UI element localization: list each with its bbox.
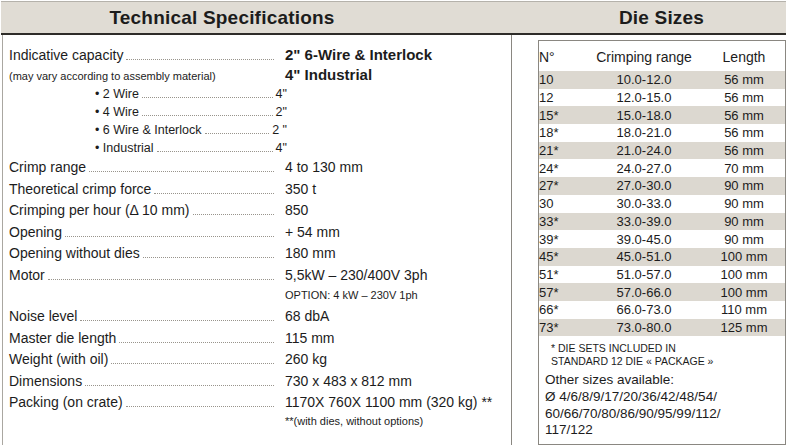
dotted-leader <box>119 342 274 343</box>
other-sizes-line: 60/66/70/80/86/90/95/99/112/ <box>545 406 785 423</box>
spec-lead: Crimp range <box>9 157 277 179</box>
spec-value: 2" 6-Wire & Interlock <box>277 44 432 65</box>
die-range-cell: 15.0-18.0 <box>585 106 703 124</box>
spec-lead: Master die length <box>9 328 277 350</box>
dotted-leader <box>205 133 270 134</box>
die-number-cell: 51* <box>539 266 585 284</box>
dotted-leader <box>85 385 274 386</box>
spec-lead: Noise level <box>9 306 277 328</box>
spec-label: Crimp range <box>9 157 86 179</box>
spec-row-noise-level: Noise level 68 dbA <box>9 306 511 328</box>
die-range-cell: 21.0-24.0 <box>585 142 703 160</box>
other-sizes-list: Ø 4/6/8/9/17/20/36/42/48/54/ 60/66/70/80… <box>545 389 785 439</box>
spec-row-opening: Opening + 54 mm <box>9 222 511 244</box>
spec-row-crimping-per-hour: Crimping per hour (Δ 10 mm) 850 <box>9 200 511 222</box>
spec-value: 260 kg <box>277 349 327 371</box>
column-header-number: N° <box>539 43 585 71</box>
spec-value: 850 <box>277 200 308 222</box>
die-table-row: 66*66.0-73.0110 mm <box>539 301 785 319</box>
dotted-leader <box>157 151 273 152</box>
spec-row-indicative-capacity: Indicative capacity 2" 6-Wire & Interloc… <box>9 44 511 65</box>
die-table-row: 57*57.0-66.0100 mm <box>539 283 785 301</box>
dotted-leader <box>48 279 274 280</box>
spec-label: Motor <box>9 265 45 287</box>
die-length-cell: 56 mm <box>703 71 785 89</box>
spec-label: Crimping per hour (Δ 10 mm) <box>9 200 190 222</box>
spec-lead: (may vary according to assembly material… <box>9 66 277 86</box>
spec-lead: Opening without dies <box>9 243 277 265</box>
die-range-cell: 73.0-80.0 <box>585 319 703 337</box>
spec-row-weight: Weight (with oil) 260 kg <box>9 349 511 371</box>
die-length-cell: 110 mm <box>703 301 785 319</box>
bullet-value: 2 " <box>272 121 287 139</box>
die-range-cell: 66.0-73.0 <box>585 301 703 319</box>
dotted-leader <box>193 214 274 215</box>
spec-label: Opening <box>9 222 62 244</box>
spec-label: Weight (with oil) <box>9 349 108 371</box>
spec-lead: Theoretical crimp force <box>9 179 277 201</box>
die-number-cell: 30 <box>539 195 585 213</box>
column-header-crimping-range: Crimping range <box>585 43 703 71</box>
bullet-label: • 6 Wire & Interlock <box>95 121 202 139</box>
spec-value: 1170X 760X 1100 mm (320 kg) ** <box>277 392 492 414</box>
spec-value: 180 mm <box>277 243 336 265</box>
spec-lead: Crimping per hour (Δ 10 mm) <box>9 200 277 222</box>
die-sizes-panel: N° Crimping range Length 1010.0-12.056 m… <box>538 40 786 445</box>
spec-label: Indicative capacity <box>9 45 123 66</box>
die-number-cell: 10 <box>539 71 585 89</box>
die-table-row: 33*33.0-39.090 mm <box>539 213 785 231</box>
dotted-leader <box>80 320 274 321</box>
spec-value: 115 mm <box>277 328 335 350</box>
die-length-cell: 90 mm <box>703 177 785 195</box>
spec-label: Noise level <box>9 306 77 328</box>
spec-lead: Dimensions <box>9 371 277 393</box>
dotted-leader <box>65 236 274 237</box>
spec-row-motor: Motor 5,5kW – 230/400V 3ph <box>9 265 511 287</box>
spec-value: 730 x 483 x 812 mm <box>277 371 412 393</box>
die-range-cell: 12.0-15.0 <box>585 89 703 107</box>
spec-value: 4" Industrial <box>277 65 372 85</box>
die-number-cell: 39* <box>539 230 585 248</box>
bullet-value: 2" <box>276 103 287 121</box>
capacity-bullet-row: • 4 Wire 2" <box>95 103 287 121</box>
die-range-cell: 30.0-33.0 <box>585 195 703 213</box>
capacity-bullet-row: • 2 Wire 4" <box>95 85 287 103</box>
die-length-cell: 56 mm <box>703 124 785 142</box>
spec-value: + 54 mm <box>277 222 340 244</box>
capacity-bullet-row: • 6 Wire & Interlock 2 " <box>95 121 287 139</box>
die-table-row: 73*73.0-80.0125 mm <box>539 319 785 337</box>
other-sizes-line: 117/122 <box>545 422 785 439</box>
packing-note: **(with dies, without options) <box>9 414 511 430</box>
die-length-cell: 90 mm <box>703 213 785 231</box>
spec-label: Dimensions <box>9 371 82 393</box>
die-range-cell: 10.0-12.0 <box>585 71 703 89</box>
dotted-leader <box>154 193 274 194</box>
die-range-cell: 27.0-30.0 <box>585 177 703 195</box>
die-length-cell: 56 mm <box>703 106 785 124</box>
die-range-cell: 24.0-27.0 <box>585 159 703 177</box>
die-number-cell: 73* <box>539 319 585 337</box>
footnote-line: * DIE SETS INCLUDED IN <box>551 342 785 355</box>
die-number-cell: 33* <box>539 213 585 231</box>
column-header-length: Length <box>703 43 785 71</box>
spec-value: 4 to 130 mm <box>277 157 363 179</box>
die-number-cell: 57* <box>539 283 585 301</box>
die-range-cell: 45.0-51.0 <box>585 248 703 266</box>
technical-specifications-title: Technical Specifications <box>2 7 442 29</box>
dotted-leader <box>143 257 274 258</box>
die-sizes-table: N° Crimping range Length 1010.0-12.056 m… <box>539 43 785 336</box>
spec-row-master-die-length: Master die length 115 mm <box>9 328 511 350</box>
spec-label: Packing (on crate) <box>9 392 123 414</box>
spec-lead: Opening <box>9 222 277 244</box>
die-number-cell: 66* <box>539 301 585 319</box>
bullet-label: • 2 Wire <box>95 85 139 103</box>
die-table-row: 21*21.0-24.056 mm <box>539 142 785 160</box>
die-number-cell: 15* <box>539 106 585 124</box>
spec-label: Theoretical crimp force <box>9 179 151 201</box>
spec-row-theoretical-crimp-force: Theoretical crimp force 350 t <box>9 179 511 201</box>
spec-label: Opening without dies <box>9 243 140 265</box>
die-table-row: 51*51.0-57.0100 mm <box>539 266 785 284</box>
die-length-cell: 90 mm <box>703 195 785 213</box>
die-table-row: 45*45.0-51.0100 mm <box>539 248 785 266</box>
die-table-row: 39*39.0-45.090 mm <box>539 230 785 248</box>
